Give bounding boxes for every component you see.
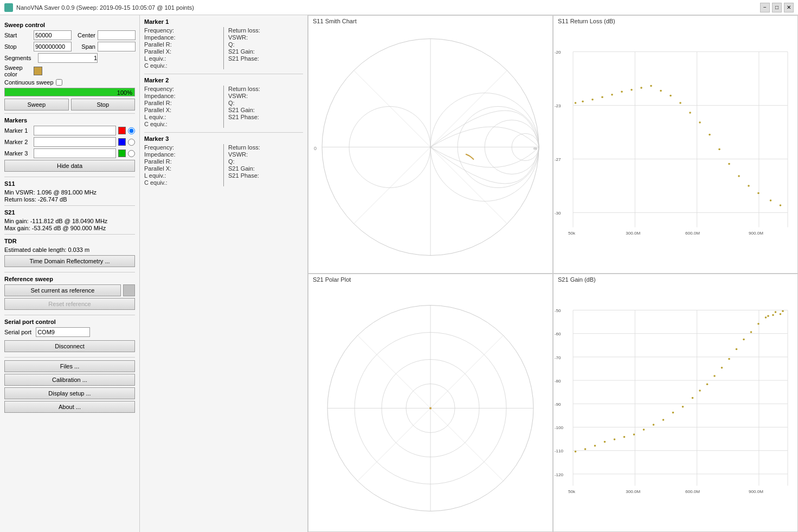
svg-rect-63 (554, 291, 797, 515)
svg-text:-70: -70 (555, 355, 561, 360)
svg-point-37 (630, 89, 633, 91)
segments-input[interactable] (38, 53, 98, 63)
svg-point-31 (575, 102, 577, 104)
marker1-impedance-row: Impedance: (144, 34, 219, 41)
s11-smith-chart: S11 Smith Chart (308, 15, 553, 274)
tdr-cable-length: Estimated cable length: 0.033 m (4, 246, 135, 253)
about-button[interactable]: About ... (4, 401, 135, 413)
divider-4 (4, 234, 135, 235)
marker3-return-loss-row: Return loss: (228, 144, 303, 151)
reference-color-button[interactable] (123, 284, 135, 296)
center-input[interactable] (98, 30, 136, 40)
close-button[interactable]: ✕ (784, 3, 794, 12)
maximize-button[interactable]: □ (772, 3, 782, 12)
marker3-input[interactable] (34, 148, 116, 158)
serial-port-input[interactable] (36, 327, 90, 337)
set-reference-button[interactable]: Set current as reference (4, 284, 121, 296)
marker3-label: Marker 3 (4, 150, 31, 157)
marker1-s21-phase-label: S21 Phase: (228, 55, 282, 62)
svg-point-107 (736, 348, 738, 351)
svg-text:300.0M: 300.0M (626, 231, 640, 236)
s11-min-vswr: Min VSWR: 1.096 @ 891.000 MHz (4, 189, 135, 196)
progress-bar: 100% (4, 88, 135, 96)
svg-point-89 (575, 451, 577, 453)
svg-point-36 (621, 91, 623, 93)
marker1-s21-gain-row: S21 Gain: (228, 48, 303, 55)
svg-text:-30: -30 (555, 211, 561, 216)
svg-point-104 (713, 375, 716, 377)
segments-label: Segments (4, 55, 36, 61)
svg-text:-90: -90 (555, 402, 561, 407)
marker2-c-equiv-label: C equiv.: (144, 121, 198, 127)
stop-button[interactable]: Stop (71, 99, 136, 111)
sweep-button[interactable]: Sweep (4, 99, 69, 111)
marker2-radio[interactable] (128, 139, 135, 146)
continuous-sweep-checkbox[interactable] (56, 79, 62, 86)
marker2-label: Marker 2 (4, 139, 31, 145)
center-label: Center (74, 32, 95, 38)
marker1-input[interactable] (34, 126, 116, 135)
marker2-return-loss-row: Return loss: (228, 86, 303, 92)
svg-point-112 (772, 314, 774, 316)
marker2-input[interactable] (34, 137, 116, 147)
tdr-button[interactable]: Time Domain Reflectometry ... (4, 255, 135, 267)
marker3-parallel-x-label: Parallel X: (144, 165, 198, 172)
svg-text:-23: -23 (555, 103, 561, 108)
marker1-parallel-r-row: Parallel R: (144, 41, 219, 48)
hide-data-button[interactable]: Hide data (4, 160, 135, 172)
marker1-divider (223, 27, 224, 69)
reset-reference-button[interactable]: Reset reference (4, 298, 135, 310)
marker2-s21-gain-label: S21 Gain: (228, 107, 282, 113)
minimize-button[interactable]: − (760, 3, 770, 12)
marker3-radio[interactable] (128, 150, 135, 157)
svg-point-111 (765, 316, 767, 319)
marker3-row: Marker 3 (4, 148, 135, 158)
marker2-q-row: Q: (228, 100, 303, 106)
marker3-parallel-r-label: Parallel R: (144, 158, 198, 165)
files-button[interactable]: Files ... (4, 360, 135, 372)
start-input[interactable] (34, 30, 72, 40)
svg-point-114 (767, 315, 769, 317)
marker1-row: Marker 1 (4, 126, 135, 135)
marker3-c-equiv-label: C equiv.: (144, 179, 198, 186)
svg-point-95 (633, 433, 635, 436)
svg-point-41 (670, 95, 672, 97)
stop-input[interactable] (34, 42, 72, 51)
svg-point-35 (611, 94, 613, 96)
sweep-color-swatch[interactable] (34, 67, 42, 75)
tdr-title: TDR (4, 238, 135, 244)
marker2-s21-phase-row: S21 Phase: (228, 114, 303, 120)
marker1-panel: Marker 1 Frequency: Impedance: Parallel … (144, 18, 303, 69)
svg-point-97 (653, 424, 655, 426)
marker1-l-equiv-row: L equiv.: (144, 55, 219, 62)
divider-3 (4, 205, 135, 206)
title-bar: NanoVNA Saver 0.0.9 (Sweep: 2019-09-15 1… (0, 0, 798, 15)
svg-point-106 (728, 358, 730, 360)
svg-point-109 (750, 331, 752, 333)
marker2-frequency-label: Frequency: (144, 86, 198, 92)
marker1-return-loss-label: Return loss: (228, 27, 282, 34)
display-setup-button[interactable]: Display setup ... (4, 387, 135, 399)
disconnect-button[interactable]: Disconnect (4, 340, 135, 352)
divider-7 (4, 357, 135, 358)
svg-point-100 (682, 406, 684, 408)
stop-row: Stop Span (4, 42, 135, 51)
divider-1 (4, 113, 135, 114)
polar-plot-svg (308, 274, 552, 531)
svg-point-40 (660, 90, 662, 92)
calibration-button[interactable]: Calibration ... (4, 374, 135, 386)
span-input[interactable] (98, 42, 136, 51)
segments-row: Segments (4, 53, 135, 63)
marker3-panel: Marker 3 Frequency: Impedance: Parallel … (144, 135, 303, 186)
svg-point-115 (775, 311, 777, 313)
svg-point-44 (699, 121, 701, 124)
marker2-s21-gain-row: S21 Gain: (228, 107, 303, 113)
serial-port-row: Serial port (4, 327, 135, 337)
continuous-sweep-row: Continuous sweep (4, 79, 135, 86)
svg-text:900.0M: 900.0M (749, 231, 763, 236)
svg-point-116 (782, 310, 784, 313)
marker1-radio[interactable] (128, 127, 135, 134)
progress-label: 100% (117, 88, 132, 97)
s21-gain-chart: S21 Gain (dB) -50 -60 (553, 274, 798, 532)
marker2-vswr-label: VSWR: (228, 93, 282, 99)
